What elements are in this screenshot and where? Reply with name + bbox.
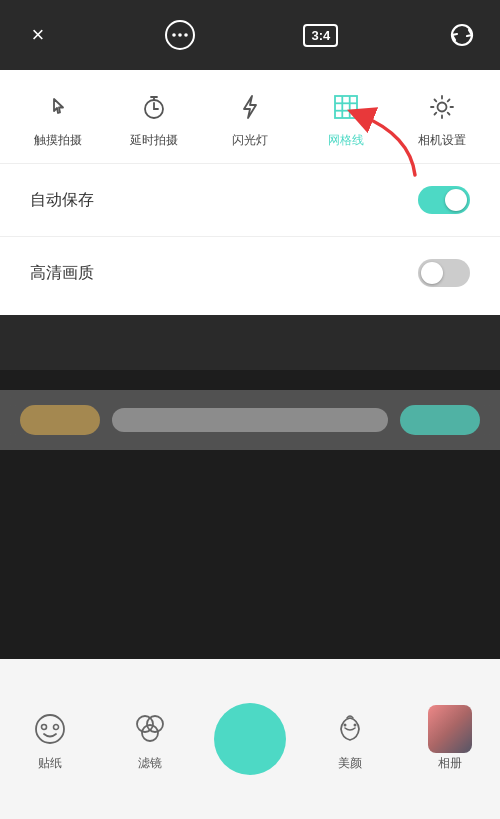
svg-point-18 xyxy=(344,723,347,726)
sticker-icon xyxy=(28,707,72,751)
svg-point-2 xyxy=(178,33,182,37)
toolbar-grid[interactable]: 网格线 xyxy=(298,88,394,149)
nav-album[interactable]: 相册 xyxy=(400,707,500,772)
touch-label: 触摸拍摄 xyxy=(34,132,82,149)
touch-icon xyxy=(39,88,77,126)
close-button[interactable]: × xyxy=(20,17,56,53)
album-icon xyxy=(428,707,472,751)
svg-point-11 xyxy=(438,103,447,112)
auto-save-label: 自动保存 xyxy=(30,190,94,211)
svg-point-12 xyxy=(36,715,64,743)
bottom-nav: 贴纸 滤镜 xyxy=(0,659,500,819)
svg-point-14 xyxy=(54,724,59,729)
toolbar-timer[interactable]: 延时拍摄 xyxy=(106,88,202,149)
sticker-label: 贴纸 xyxy=(38,755,62,772)
filter-label: 滤镜 xyxy=(138,755,162,772)
album-label: 相册 xyxy=(438,755,462,772)
grid-icon xyxy=(327,88,365,126)
auto-save-row: 自动保存 xyxy=(0,168,500,232)
blurred-pill-right xyxy=(400,405,480,435)
beauty-label: 美颜 xyxy=(338,755,362,772)
svg-point-19 xyxy=(354,723,357,726)
more-button[interactable] xyxy=(162,17,198,53)
toolbar-touch[interactable]: 触摸拍摄 xyxy=(10,88,106,149)
nav-filter[interactable]: 滤镜 xyxy=(100,707,200,772)
blurred-pill-left xyxy=(20,405,100,435)
svg-point-1 xyxy=(172,33,176,37)
hd-quality-toggle[interactable] xyxy=(418,259,470,287)
flash-icon xyxy=(231,88,269,126)
auto-save-thumb xyxy=(445,189,467,211)
hd-quality-row: 高清画质 xyxy=(0,241,500,305)
ratio-badge[interactable]: 3:4 xyxy=(303,24,338,47)
beauty-icon xyxy=(328,707,372,751)
timer-icon xyxy=(135,88,173,126)
hd-quality-thumb xyxy=(421,262,443,284)
blurred-text xyxy=(112,408,388,432)
camera-settings-label: 相机设置 xyxy=(418,132,466,149)
auto-save-toggle[interactable] xyxy=(418,186,470,214)
bottom-bar: 贴纸 滤镜 xyxy=(0,659,500,819)
grid-label: 网格线 xyxy=(328,132,364,149)
divider-2 xyxy=(0,236,500,237)
toolbar-camera-settings[interactable]: 相机设置 xyxy=(394,88,490,149)
camera-settings-icon xyxy=(423,88,461,126)
filter-icon xyxy=(128,707,172,751)
svg-point-3 xyxy=(184,33,188,37)
timer-label: 延时拍摄 xyxy=(130,132,178,149)
blurred-notification-bar xyxy=(0,390,500,450)
top-bar: × 3:4 xyxy=(0,0,500,70)
nav-sticker[interactable]: 贴纸 xyxy=(0,707,100,772)
flip-camera-button[interactable] xyxy=(444,17,480,53)
toolbar-row: 触摸拍摄 延时拍摄 闪光灯 xyxy=(0,70,500,159)
svg-point-13 xyxy=(42,724,47,729)
hd-quality-label: 高清画质 xyxy=(30,263,94,284)
svg-point-16 xyxy=(147,716,163,732)
nav-capture[interactable] xyxy=(200,703,300,775)
svg-marker-5 xyxy=(244,96,256,118)
nav-beauty[interactable]: 美颜 xyxy=(300,707,400,772)
settings-panel: 触摸拍摄 延时拍摄 闪光灯 xyxy=(0,70,500,315)
capture-button[interactable] xyxy=(214,703,286,775)
toolbar-flash[interactable]: 闪光灯 xyxy=(202,88,298,149)
svg-rect-6 xyxy=(335,96,357,118)
flash-label: 闪光灯 xyxy=(232,132,268,149)
divider-1 xyxy=(0,163,500,164)
svg-point-17 xyxy=(142,725,158,741)
